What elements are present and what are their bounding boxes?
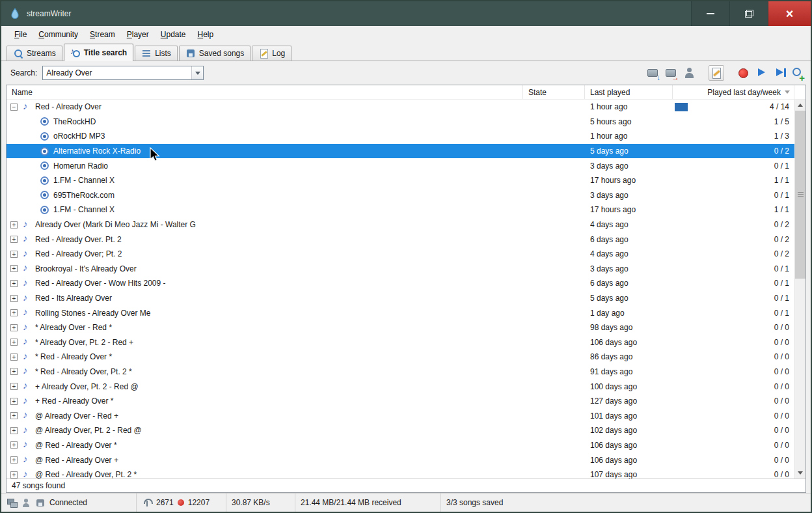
resume-button[interactable] bbox=[773, 66, 787, 80]
menu-player[interactable]: Player bbox=[121, 27, 155, 42]
user-record-button[interactable] bbox=[683, 66, 696, 80]
last-played-cell: 106 days ago bbox=[585, 338, 673, 347]
menu-file[interactable]: File bbox=[8, 27, 33, 42]
expand-box-icon[interactable]: + bbox=[10, 295, 18, 302]
played-cell: 0 / 1 bbox=[673, 262, 794, 277]
menu-help[interactable]: Help bbox=[191, 27, 219, 42]
expand-box-icon[interactable]: + bbox=[10, 280, 18, 287]
played-count: 0 / 1 bbox=[774, 191, 789, 200]
table-row[interactable]: +Red - Its Already Over5 days ago0 / 1 bbox=[7, 291, 794, 306]
stream-name: Brookroyal - It's Already Over bbox=[35, 264, 137, 273]
status-bar: Connected 2671 12207 30.87 KB/s 21.44 MB… bbox=[1, 493, 811, 512]
expand-box-icon[interactable]: + bbox=[10, 221, 18, 229]
search-input[interactable] bbox=[43, 66, 191, 79]
table-row[interactable]: +Already Over (Mark Di Meo Jazz Mi - Wal… bbox=[7, 217, 794, 232]
table-row[interactable]: Homerun Radio3 days ago0 / 1 bbox=[7, 158, 794, 173]
title-bar[interactable]: streamWriter × bbox=[1, 1, 811, 26]
column-header-name[interactable]: Name bbox=[7, 85, 523, 99]
tab-streams[interactable]: Streams bbox=[7, 46, 62, 61]
search-combobox[interactable] bbox=[42, 66, 204, 80]
table-row[interactable]: +@ Red - Already Over, Pt. 2 *107 days a… bbox=[7, 467, 794, 478]
column-header-played[interactable]: Played last day/week bbox=[673, 85, 794, 99]
expand-box-icon[interactable]: + bbox=[10, 265, 18, 272]
table-row[interactable]: ++ Red - Already Over *127 days ago0 / 0 bbox=[7, 394, 794, 409]
expand-box-icon[interactable]: + bbox=[10, 471, 18, 478]
expand-box-icon[interactable]: + bbox=[10, 441, 18, 449]
minimize-button[interactable] bbox=[691, 1, 729, 26]
scroll-down-button[interactable] bbox=[795, 467, 805, 478]
tab-title-search[interactable]: Title search bbox=[64, 44, 133, 61]
play-button[interactable] bbox=[755, 66, 768, 80]
vertical-scrollbar[interactable] bbox=[794, 100, 805, 478]
menu-update[interactable]: Update bbox=[155, 27, 192, 42]
table-row[interactable]: +* Red - Already Over *86 days ago0 / 0 bbox=[7, 350, 794, 365]
expand-box-icon[interactable]: + bbox=[10, 383, 18, 390]
name-cell: 1.FM - Channel X bbox=[7, 202, 523, 217]
expand-box-icon[interactable]: + bbox=[10, 309, 18, 316]
expand-box-icon[interactable]: + bbox=[10, 354, 18, 361]
table-row[interactable]: 1.FM - Channel X17 hours ago1 / 1 bbox=[7, 173, 794, 188]
tuner-stream-button[interactable] bbox=[664, 66, 678, 80]
table-row[interactable]: +@ Already Over, Pt. 2 - Red @102 days a… bbox=[7, 423, 794, 438]
combo-dropdown-arrow[interactable] bbox=[191, 66, 203, 79]
scrollbar-track[interactable] bbox=[795, 111, 805, 467]
table-row[interactable]: +Red - Already Over; Pt. 24 days ago0 / … bbox=[7, 247, 794, 262]
table-row[interactable]: +Brookroyal - It's Already Over3 days ag… bbox=[7, 262, 794, 277]
scroll-up-button[interactable] bbox=[795, 100, 805, 111]
new-search-button[interactable] bbox=[791, 66, 805, 80]
played-cell: 0 / 0 bbox=[673, 350, 794, 365]
column-header-last-played[interactable]: Last played bbox=[585, 85, 673, 99]
close-button[interactable]: × bbox=[768, 1, 811, 26]
table-row[interactable]: 695TheRock.com3 days ago0 / 1 bbox=[7, 188, 794, 203]
played-count: 0 / 1 bbox=[774, 264, 789, 273]
table-row[interactable]: +@ Already Over - Red +101 days ago0 / 0 bbox=[7, 408, 794, 423]
table-row[interactable]: TheRockHD5 hours ago1 / 5 bbox=[7, 115, 794, 130]
played-count: 1 / 1 bbox=[774, 205, 789, 214]
collapse-box-icon[interactable]: − bbox=[10, 104, 18, 111]
menu-community[interactable]: Community bbox=[33, 27, 84, 42]
saved-songs-tab-icon bbox=[185, 48, 196, 59]
expand-box-icon[interactable]: + bbox=[10, 427, 18, 434]
tab-log[interactable]: Log bbox=[252, 46, 291, 61]
table-row[interactable]: +* Already Over - Red *98 days ago0 / 0 bbox=[7, 320, 794, 335]
table-row[interactable]: +Red - Already Over. Pt. 26 days ago0 / … bbox=[7, 232, 794, 247]
save-stream-button[interactable] bbox=[646, 66, 660, 80]
stream-name: @ Already Over, Pt. 2 - Red @ bbox=[35, 426, 142, 435]
expand-box-icon[interactable]: + bbox=[10, 324, 18, 331]
expand-box-icon[interactable]: + bbox=[10, 412, 18, 419]
record-button[interactable] bbox=[737, 66, 750, 80]
stream-name: Already Over (Mark Di Meo Jazz Mi - Walt… bbox=[35, 220, 196, 229]
table-row[interactable]: ++ Already Over, Pt. 2 - Red @100 days a… bbox=[7, 379, 794, 394]
tab-lists[interactable]: Lists bbox=[135, 46, 178, 61]
download-speed: 30.87 KB/s bbox=[232, 498, 270, 507]
maximize-button[interactable] bbox=[729, 1, 768, 26]
table-row[interactable]: +* Already Over, Pt. 2 - Red +106 days a… bbox=[7, 335, 794, 350]
table-row[interactable]: +@ Red - Already Over *106 days ago0 / 0 bbox=[7, 438, 794, 453]
expand-box-icon[interactable]: + bbox=[10, 339, 18, 346]
scrollbar-thumb[interactable] bbox=[795, 111, 805, 279]
table-row[interactable]: Alternative Rock X-Radio5 days ago0 / 2 bbox=[7, 144, 794, 159]
last-played-cell: 98 days ago bbox=[585, 323, 673, 332]
expand-box-icon[interactable]: + bbox=[10, 251, 18, 258]
table-row[interactable]: −Red - Already Over1 hour ago4 / 14 bbox=[7, 100, 794, 115]
tab-saved-songs[interactable]: Saved songs bbox=[179, 46, 250, 61]
expand-box-icon[interactable]: + bbox=[10, 236, 18, 243]
table-row[interactable]: +Red - Already Over - Wow Hits 2009 -6 d… bbox=[7, 276, 794, 291]
table-row[interactable]: +* Red - Already Over, Pt. 2 *91 days ag… bbox=[7, 365, 794, 380]
expand-box-icon[interactable]: + bbox=[10, 368, 18, 375]
table-row[interactable]: +Rolling Stones - Already Over Me1 day a… bbox=[7, 305, 794, 320]
stream-name: + Already Over, Pt. 2 - Red @ bbox=[35, 382, 139, 391]
edit-page-button[interactable] bbox=[709, 65, 724, 81]
table-row[interactable]: oRockHD MP31 hour ago1 / 3 bbox=[7, 129, 794, 144]
column-header-state[interactable]: State bbox=[523, 85, 585, 99]
table-row[interactable]: 1.FM - Channel X17 hours ago1 / 1 bbox=[7, 202, 794, 217]
log-tab-icon bbox=[258, 48, 269, 59]
name-cell: −Red - Already Over bbox=[7, 100, 523, 115]
played-cell: 0 / 0 bbox=[673, 335, 794, 350]
menu-stream[interactable]: Stream bbox=[84, 27, 121, 42]
stream-name: @ Red - Already Over + bbox=[35, 456, 118, 465]
expand-box-icon[interactable]: + bbox=[10, 398, 18, 405]
played-count: 0 / 2 bbox=[774, 146, 789, 156]
expand-box-icon[interactable]: + bbox=[10, 456, 18, 464]
table-row[interactable]: +@ Red - Already Over +106 days ago0 / 0 bbox=[7, 452, 794, 467]
